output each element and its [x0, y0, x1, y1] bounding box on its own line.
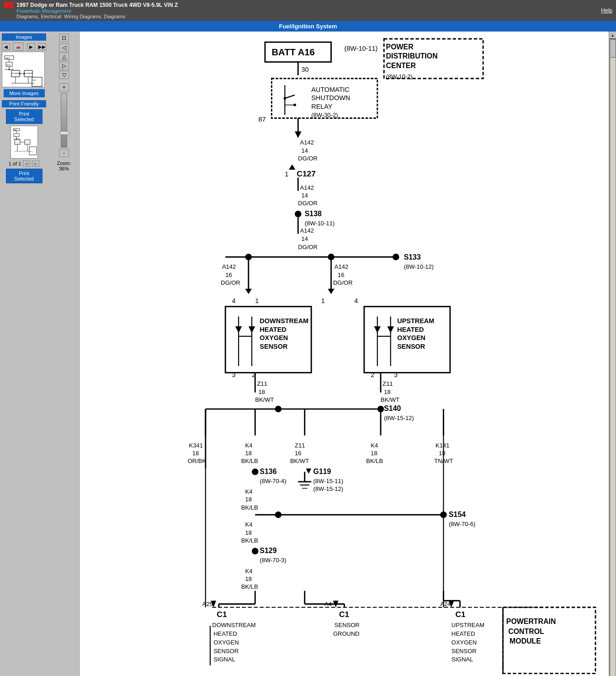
- svg-text:DG/OR: DG/OR: [333, 279, 353, 286]
- svg-point-15: [24, 73, 25, 75]
- zoom-thumb[interactable]: [60, 131, 69, 135]
- svg-text:MODULE: MODULE: [510, 637, 541, 645]
- right-scrollbar[interactable]: ▲ ▼: [609, 32, 616, 676]
- prev-image-button[interactable]: ◀: [2, 43, 10, 50]
- svg-text:14: 14: [301, 236, 308, 243]
- svg-text:DOWNSTREAM: DOWNSTREAM: [260, 317, 308, 325]
- svg-text:(8W-15-12): (8W-15-12): [384, 415, 414, 421]
- zoom-nav-up[interactable]: △: [59, 53, 69, 61]
- header-left: 1997 Dodge or Ram Truck RAM 1500 Truck 4…: [4, 2, 178, 19]
- prev-page-button[interactable]: ◁: [23, 160, 30, 167]
- svg-text:(8W-10-12): (8W-10-12): [404, 263, 434, 270]
- svg-text:GROUND: GROUND: [333, 630, 360, 637]
- svg-point-58: [283, 97, 286, 100]
- vehicle-name: 1997 Dodge or Ram Truck RAM 1500 Truck 4…: [16, 2, 178, 8]
- svg-text:4: 4: [232, 297, 236, 304]
- svg-text:OR/BK: OR/BK: [188, 458, 207, 464]
- svg-text:O2 SENSOR: O2 SENSOR: [25, 73, 33, 75]
- zoom-out-button[interactable]: -: [59, 149, 69, 157]
- svg-text:SENSOR: SENSOR: [451, 648, 477, 655]
- svg-text:BATT: BATT: [14, 129, 17, 131]
- svg-text:18: 18: [258, 389, 265, 395]
- scroll-track[interactable]: [610, 39, 616, 676]
- svg-text:18: 18: [245, 496, 252, 503]
- svg-text:(8W-30-2): (8W-30-2): [311, 112, 338, 118]
- svg-text:K4: K4: [245, 442, 253, 449]
- svg-point-84: [393, 254, 399, 260]
- svg-text:(8W-15-11): (8W-15-11): [313, 478, 344, 484]
- svg-text:C1: C1: [339, 610, 350, 619]
- svg-text:3: 3: [232, 371, 236, 378]
- page-info: 1 of 1 ◁ ▷: [2, 160, 46, 167]
- svg-text:Z11: Z11: [257, 380, 267, 387]
- more-images-button[interactable]: More Images: [4, 89, 45, 97]
- zoom-in-button[interactable]: +: [59, 83, 69, 91]
- scroll-up-button[interactable]: ▲: [609, 32, 616, 39]
- svg-rect-40: [80, 32, 609, 676]
- svg-text:DG/OR: DG/OR: [221, 279, 240, 286]
- svg-text:DISTRIBUTION: DISTRIBUTION: [386, 52, 438, 60]
- next-image-button[interactable]: ▶: [27, 43, 35, 50]
- thumbnail-image[interactable]: BATT RELAY O2 SENSOR O2 SENSOR PCM: [2, 52, 45, 87]
- print-thumbnail-svg: BATT RELAY O2 SEN O2 SEN PCM: [11, 126, 37, 158]
- main-layout: Images ◀ 🚗 ▶ ▶▶ BATT RELAY O2 SE: [0, 32, 616, 676]
- last-image-button[interactable]: ▶▶: [38, 43, 46, 50]
- svg-text:SENSOR: SENSOR: [213, 648, 239, 655]
- svg-text:A142: A142: [335, 263, 348, 270]
- svg-text:CONTROL: CONTROL: [508, 628, 544, 635]
- svg-text:DG/OR: DG/OR: [298, 200, 318, 207]
- svg-text:14: 14: [301, 147, 308, 154]
- svg-text:OXYGEN: OXYGEN: [213, 639, 239, 646]
- svg-text:K4: K4: [245, 568, 253, 575]
- svg-text:18: 18: [245, 575, 252, 582]
- svg-text:S154: S154: [449, 511, 466, 518]
- zoom-nav-right[interactable]: ▷: [59, 62, 69, 70]
- svg-text:SIGNAL: SIGNAL: [213, 656, 235, 663]
- svg-text:18: 18: [384, 389, 390, 395]
- svg-point-14: [19, 73, 21, 75]
- svg-text:SHUTDOWN: SHUTDOWN: [311, 94, 350, 101]
- svg-point-74: [295, 211, 301, 217]
- svg-text:C1: C1: [455, 610, 466, 619]
- scroll-thumb[interactable]: [611, 39, 616, 58]
- svg-text:1: 1: [285, 170, 288, 178]
- zoom-track[interactable]: [61, 93, 67, 148]
- svg-text:A142: A142: [222, 263, 236, 270]
- svg-text:POWERTRAIN: POWERTRAIN: [506, 617, 556, 625]
- svg-text:1: 1: [321, 297, 325, 304]
- svg-text:BK/LB: BK/LB: [366, 458, 383, 464]
- zoom-nav-left[interactable]: ◁: [59, 43, 69, 52]
- svg-text:A142: A142: [300, 227, 314, 234]
- diagram-area[interactable]: BATT A16 (8W-10-11) POWER DISTRIBUTION C…: [80, 32, 609, 676]
- svg-text:A142: A142: [300, 139, 314, 146]
- next-page-button[interactable]: ▷: [32, 160, 39, 167]
- svg-text:16: 16: [225, 271, 232, 278]
- svg-text:Z11: Z11: [382, 380, 393, 387]
- powertrain-link[interactable]: Powertrain Management: [4, 8, 178, 14]
- svg-text:K4: K4: [245, 521, 253, 528]
- svg-text:(8W-70-4): (8W-70-4): [260, 478, 286, 484]
- svg-text:AUTOMATIC: AUTOMATIC: [311, 86, 350, 93]
- print-selected-button-2[interactable]: Print Selected: [6, 169, 42, 183]
- svg-text:UPSTREAM: UPSTREAM: [397, 317, 434, 325]
- print-selected-button-1[interactable]: Print Selected: [6, 109, 42, 124]
- zoom-fit-button[interactable]: ⊡: [59, 34, 69, 42]
- svg-text:K4: K4: [245, 488, 253, 495]
- print-friendly-label: Print Friendly: [2, 100, 46, 107]
- svg-text:S136: S136: [260, 468, 276, 475]
- svg-text:S129: S129: [260, 547, 276, 554]
- svg-text:S138: S138: [305, 210, 322, 218]
- svg-text:18: 18: [439, 450, 445, 457]
- svg-text:4: 4: [354, 297, 358, 304]
- svg-text:3: 3: [394, 371, 398, 378]
- svg-text:30: 30: [301, 66, 308, 73]
- svg-text:HEATED: HEATED: [451, 630, 475, 637]
- svg-text:18: 18: [371, 450, 377, 457]
- svg-text:A142: A142: [300, 184, 314, 191]
- svg-text:18: 18: [245, 529, 252, 536]
- vehicle-icon: [4, 2, 14, 8]
- tab-label[interactable]: Fuel/Ignition System: [279, 23, 337, 30]
- help-link[interactable]: Help: [601, 7, 612, 14]
- svg-point-159: [252, 468, 258, 475]
- zoom-nav-down[interactable]: ▽: [59, 71, 69, 79]
